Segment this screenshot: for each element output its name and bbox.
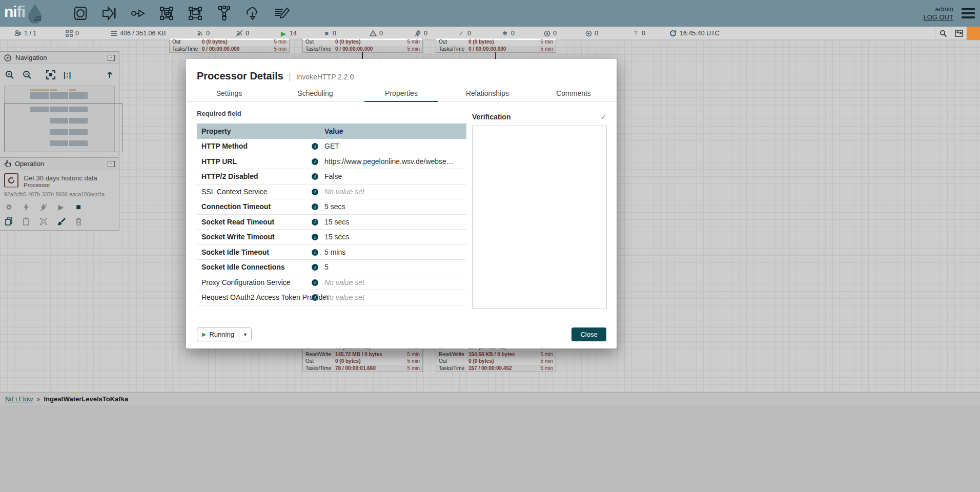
property-row[interactable]: Socket Read Timeouti15 secs xyxy=(197,215,466,230)
processor-icon[interactable] xyxy=(72,5,89,22)
app-header: nifi admin LOG OUT xyxy=(0,0,980,27)
property-row[interactable]: HTTP MethodiGET xyxy=(197,139,466,154)
status-queued: 406 / 351.06 KB xyxy=(110,27,166,40)
flow-status-indicator[interactable] xyxy=(967,27,980,40)
processor-details-dialog: Processor Details | InvokeHTTP 2.2.0 Set… xyxy=(186,59,617,348)
process-group-icon[interactable] xyxy=(158,5,175,22)
asterisk-icon: ✱ xyxy=(501,30,508,37)
properties-table-header: Property Value xyxy=(197,124,466,139)
status-connected-nodes: 1 / 1 xyxy=(14,27,36,40)
verify-check-icon[interactable]: ✓ xyxy=(600,112,607,121)
running-play-icon: ▶ xyxy=(280,30,287,37)
verification-results-box xyxy=(472,126,607,309)
info-icon[interactable]: i xyxy=(312,249,318,256)
property-row[interactable]: SSL Context ServiceiNo value set xyxy=(197,184,466,200)
logo-text-fi: fi xyxy=(17,3,25,20)
birdseye-button[interactable] xyxy=(951,27,967,40)
required-field-label: Required field xyxy=(197,110,241,117)
cluster-icon xyxy=(14,30,22,37)
property-row[interactable]: HTTP URLihttps://www.pegelonline.wsv.de/… xyxy=(197,154,466,170)
statusbar-controls xyxy=(935,27,980,40)
info-icon[interactable]: i xyxy=(312,143,318,150)
not-transmitting-icon xyxy=(236,30,243,37)
dialog-tabs: Settings Scheduling Properties Relations… xyxy=(186,87,617,102)
nifi-logo: nifi xyxy=(4,3,65,24)
info-icon[interactable]: i xyxy=(312,279,318,286)
property-row[interactable]: Proxy Configuration ServiceiNo value set xyxy=(197,275,466,291)
logout-link[interactable]: LOG OUT xyxy=(923,13,953,22)
processor-type-version: InvokeHTTP 2.2.0 xyxy=(296,73,354,81)
template-icon[interactable] xyxy=(244,5,261,22)
invalid-warning-icon xyxy=(370,30,377,37)
tab-comments[interactable]: Comments xyxy=(530,87,617,101)
property-row[interactable]: Socket Write Timeouti15 secs xyxy=(197,230,466,245)
info-icon[interactable]: i xyxy=(312,158,318,165)
workspace: Out0 (0 bytes)5 min Tasks/Time0 / 00:00:… xyxy=(0,40,980,492)
property-row[interactable]: Request OAuth2 Access Token ProvideriNo … xyxy=(197,290,466,305)
info-icon[interactable]: i xyxy=(312,203,318,210)
modified-stale-icon xyxy=(585,30,592,37)
title-separator: | xyxy=(289,71,291,82)
status-last-refresh: 16:45:40 UTC xyxy=(669,27,720,40)
disabled-bolt-icon xyxy=(414,30,421,37)
label-icon[interactable] xyxy=(273,5,290,22)
property-row-partial[interactable]: iNo value set xyxy=(197,305,466,310)
refresh-icon[interactable] xyxy=(669,30,677,37)
logo-text-ni: ni xyxy=(4,3,17,20)
status-sync-failure: ? 0 xyxy=(632,27,645,40)
run-state-button[interactable]: ▶ Running ▼ xyxy=(197,327,252,341)
column-property: Property xyxy=(197,124,320,139)
info-icon[interactable]: i xyxy=(312,234,318,240)
threads-icon xyxy=(66,30,73,37)
tab-settings[interactable]: Settings xyxy=(186,87,272,101)
close-button[interactable]: Close xyxy=(571,327,606,341)
run-state-label: Running xyxy=(209,331,238,338)
output-port-icon[interactable] xyxy=(129,5,147,22)
funnel-icon[interactable] xyxy=(215,5,233,22)
column-value: Value xyxy=(320,124,466,139)
current-user: admin xyxy=(935,5,953,13)
verification-title: Verification xyxy=(472,113,511,121)
stale-icon xyxy=(543,30,550,37)
nifi-droplet-icon xyxy=(26,3,44,24)
info-icon[interactable]: i xyxy=(312,219,318,225)
header-right: admin LOG OUT xyxy=(923,5,975,22)
tab-relationships[interactable]: Relationships xyxy=(444,87,530,101)
property-row[interactable]: Socket Idle Timeouti5 mins xyxy=(197,245,466,260)
nifi-app: nifi admin LOG OUT 1 / 1 xyxy=(0,0,980,492)
birdseye-icon xyxy=(955,30,963,37)
info-icon[interactable]: i xyxy=(312,264,318,271)
run-state-dropdown-caret[interactable]: ▼ xyxy=(239,328,251,341)
global-menu-icon[interactable] xyxy=(962,8,975,18)
tab-scheduling[interactable]: Scheduling xyxy=(272,87,358,101)
property-row[interactable]: Connection Timeouti5 secs xyxy=(197,199,466,215)
input-port-icon[interactable] xyxy=(100,5,118,22)
check-icon: ✓ xyxy=(458,30,465,37)
running-play-icon: ▶ xyxy=(197,331,209,338)
remote-process-group-icon[interactable] xyxy=(187,5,204,22)
info-icon[interactable]: i xyxy=(312,173,318,180)
verification-header: Verification ✓ xyxy=(472,112,607,121)
dialog-title: Processor Details xyxy=(197,70,283,82)
search-button[interactable] xyxy=(935,27,951,40)
property-row[interactable]: Socket Idle Connectionsi5 xyxy=(197,260,466,275)
stopped-square-icon: ■ xyxy=(323,30,330,37)
search-icon xyxy=(940,30,947,37)
transmitting-icon xyxy=(196,30,203,37)
properties-table: Property Value HTTP MethodiGET HTTP URLi… xyxy=(197,124,466,309)
info-icon[interactable]: i xyxy=(312,294,318,301)
status-locally-modified-stale: 0 xyxy=(585,27,598,40)
queued-list-icon xyxy=(110,30,117,37)
info-icon[interactable]: i xyxy=(312,189,318,195)
tab-properties[interactable]: Properties xyxy=(358,87,444,101)
status-active-threads: 0 xyxy=(66,27,79,40)
property-row[interactable]: HTTP/2 DisablediFalse xyxy=(197,169,466,184)
question-icon: ? xyxy=(632,30,639,37)
component-toolbar xyxy=(72,5,290,22)
